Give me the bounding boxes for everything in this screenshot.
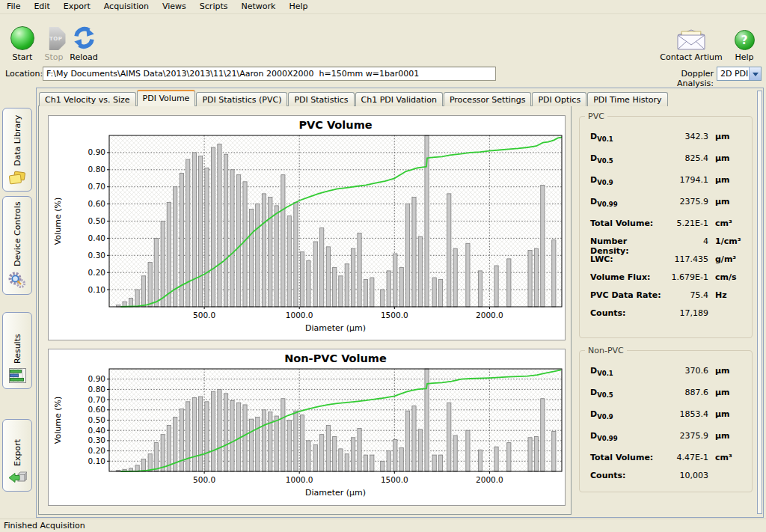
pvc-stats-title: PVC [585, 111, 607, 121]
stat-row: LWC:117.435g/m³ [590, 254, 744, 272]
bar-chart-icon [9, 368, 26, 383]
svg-text:Volume (%): Volume (%) [53, 397, 63, 444]
tab-pdi-time-history[interactable]: PDI Time History [587, 92, 667, 106]
svg-text:0.40: 0.40 [88, 233, 105, 242]
svg-text:0.40: 0.40 [88, 426, 105, 435]
stat-unit: µm [708, 132, 744, 141]
start-icon [10, 26, 34, 50]
sidebar-item-data-library[interactable]: Data Library [2, 108, 32, 192]
pvc-volume-chart: 0.100.200.300.400.500.600.700.800.90500.… [48, 115, 566, 340]
help-button[interactable]: ? Help [730, 19, 759, 62]
envelope-icon [677, 29, 705, 50]
stop-icon: STOP [43, 27, 66, 50]
svg-text:0.90: 0.90 [88, 374, 105, 383]
tab-pdi-optics[interactable]: PDI Optics [532, 92, 586, 106]
svg-text:0.10: 0.10 [88, 456, 105, 465]
stat-row: DV0.91794.1µm [590, 175, 744, 197]
menu-acquisition[interactable]: Acquisition [97, 0, 156, 13]
svg-text:1500.0: 1500.0 [381, 475, 408, 484]
stat-label: DV0.9 [590, 175, 662, 186]
pvc-volume-plot: 0.100.200.300.400.500.600.700.800.90500.… [49, 116, 566, 341]
reload-button[interactable]: Reload [66, 19, 102, 62]
tab-ch1-velocity-vs-size[interactable]: Ch1 Velocity vs. Size [39, 92, 136, 106]
stat-label: Counts: [590, 471, 662, 480]
sidebar-item-results[interactable]: Results [2, 312, 32, 389]
tab-pdi-statistics[interactable]: PDI Statistics [288, 92, 354, 106]
stat-row: DV0.5825.4µm [590, 153, 744, 175]
stat-unit: µm [708, 409, 744, 419]
svg-text:0.20: 0.20 [88, 446, 105, 455]
stat-label: PVC Data Rate: [590, 290, 662, 300]
svg-text:1500.0: 1500.0 [381, 311, 408, 319]
export-box-arrow-icon [8, 471, 27, 486]
stat-row: DV0.1370.6µm [590, 366, 744, 388]
svg-text:Diameter (µm): Diameter (µm) [305, 323, 366, 333]
stat-row: Counts:17,189 [590, 308, 744, 326]
folders-icon [8, 171, 26, 186]
stat-row: DV0.91853.4µm [590, 409, 744, 431]
stat-unit: cm³ [708, 218, 744, 228]
help-glyph: ? [741, 34, 748, 47]
vertical-splitter[interactable] [757, 91, 762, 514]
menu-help[interactable]: Help [282, 0, 314, 13]
menu-views[interactable]: Views [156, 0, 193, 13]
stat-label: DV0.1 [590, 366, 662, 377]
menu-edit[interactable]: Edit [27, 0, 56, 13]
location-input[interactable] [43, 67, 496, 81]
stat-row: DV0.1342.3µm [590, 132, 744, 153]
stat-label: DV0.1 [590, 132, 662, 143]
contact-artium-button[interactable]: Contact Artium [660, 19, 723, 62]
menu-export[interactable]: Export [57, 0, 97, 13]
svg-text:0.80: 0.80 [88, 385, 105, 394]
stat-row: Number Density:41/cm³ [590, 236, 744, 254]
stat-label: Total Volume: [590, 453, 662, 462]
stat-label: Number Density: [590, 236, 662, 256]
menu-file[interactable]: File [0, 0, 27, 13]
menu-network[interactable]: Network [234, 0, 282, 13]
svg-text:0.10: 0.10 [88, 285, 105, 294]
start-button[interactable]: Start [4, 19, 40, 62]
tab-processor-settings[interactable]: Processor Settings [444, 92, 532, 106]
data-library-label: Data Library [13, 108, 22, 171]
tab-pdi-statistics-pvc[interactable]: PDI Statistics (PVC) [196, 92, 287, 106]
tab-ch1-pdi-validation[interactable]: Ch1 PDI Validation [355, 92, 443, 106]
reload-circular-arrows-icon [72, 25, 96, 50]
tab-control: Ch1 Velocity vs. Size PDI Volume PDI Sta… [38, 90, 572, 516]
help-label: Help [735, 52, 753, 62]
stat-value: 5.21E-1 [662, 218, 708, 228]
sidebar-item-export[interactable]: Export [2, 419, 32, 492]
help-question-icon: ? [735, 30, 755, 50]
non-pvc-volume-chart: 0.100.200.300.400.500.600.700.800.90500.… [48, 349, 566, 506]
non-pvc-volume-plot: 0.100.200.300.400.500.600.700.800.90500.… [49, 349, 566, 507]
stat-label: DV0.5 [590, 153, 662, 165]
pvc-stats-rows: DV0.1342.3µmDV0.5825.4µmDV0.91794.1µmDV0… [580, 117, 752, 326]
chevron-down-icon[interactable] [749, 67, 761, 80]
device-controls-label: Device Controls [13, 197, 22, 271]
stat-label: Total Volume: [590, 218, 662, 228]
stat-label: DV0.99 [590, 431, 662, 442]
svg-text:2000.0: 2000.0 [476, 475, 503, 484]
stat-value: 17,189 [662, 308, 708, 318]
stat-value: 2375.9 [662, 431, 708, 441]
main-frame: Ch1 Velocity vs. Size PDI Volume PDI Sta… [36, 88, 764, 518]
svg-text:0.50: 0.50 [88, 216, 105, 225]
sidebar-item-device-controls[interactable]: Device Controls [2, 196, 32, 295]
stat-unit: µm [708, 197, 744, 207]
stat-value: 117.435 [662, 254, 708, 264]
stop-badge: STOP [46, 36, 63, 42]
svg-text:0.60: 0.60 [88, 199, 105, 208]
svg-text:500.0: 500.0 [193, 311, 215, 319]
contact-artium-label: Contact Artium [660, 52, 722, 62]
doppler-analysis-select[interactable]: 2D PDI [717, 67, 762, 81]
menu-scripts[interactable]: Scripts [193, 0, 235, 13]
stat-value: 1.679E-1 [662, 272, 708, 282]
svg-text:0.60: 0.60 [88, 405, 105, 414]
menu-bar: File Edit Export Acquisition Views Scrip… [0, 0, 766, 14]
tab-pdi-volume[interactable]: PDI Volume [137, 90, 196, 106]
start-label: Start [13, 52, 33, 62]
toolbar: Start STOP Stop Reload [0, 14, 766, 62]
stat-row: Counts:10,003 [590, 471, 744, 489]
stat-value: 4.47E-1 [662, 453, 708, 462]
svg-text:500.0: 500.0 [193, 475, 215, 484]
svg-text:Volume (%): Volume (%) [53, 198, 63, 245]
